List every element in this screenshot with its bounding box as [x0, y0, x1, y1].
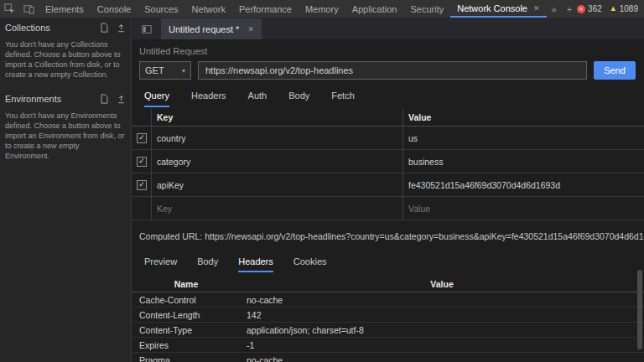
header-value: no-cache — [240, 295, 644, 305]
table-row-empty — [132, 197, 644, 220]
response-headers-table: Name Value Cache-Control no-cache Conten… — [132, 276, 644, 362]
header-value: -1 — [240, 340, 644, 350]
request-tab[interactable]: Untitled request * ✕ — [161, 18, 262, 39]
collections-section-header: Collections — [0, 18, 131, 37]
url-input[interactable] — [198, 61, 587, 80]
param-value[interactable]: us — [402, 127, 644, 149]
row-checkbox[interactable] — [137, 133, 147, 143]
new-key-input[interactable] — [157, 204, 390, 214]
request-list-icon[interactable] — [138, 24, 156, 34]
value-column-header: Value — [402, 109, 644, 126]
header-name: Cache-Control — [132, 295, 240, 305]
warning-icon: ▲ — [610, 5, 617, 13]
tab-response-body[interactable]: Body — [197, 256, 218, 272]
error-icon — [577, 5, 585, 13]
tab-query[interactable]: Query — [144, 90, 169, 107]
import-collection-icon[interactable] — [117, 23, 126, 33]
table-row: Expires -1 — [132, 338, 644, 353]
tab-sources[interactable]: Sources — [138, 0, 184, 18]
query-params-table: Key Value country us category business a… — [132, 109, 644, 220]
warning-count: 1089 — [620, 4, 638, 13]
method-value: GET — [145, 65, 164, 75]
param-key[interactable]: country — [151, 127, 402, 149]
device-toolbar-icon[interactable] — [19, 0, 39, 18]
header-name: Pragma — [132, 355, 240, 362]
tab-network-console[interactable]: Network Console ✕ — [450, 0, 546, 18]
collections-title: Collections — [5, 23, 50, 33]
tab-auth[interactable]: Auth — [248, 90, 267, 107]
header-value: no-cache — [240, 355, 644, 362]
method-select[interactable]: GET ▾ — [139, 61, 191, 80]
response-tabs: Preview Body Headers Cookies — [132, 245, 644, 272]
tab-network-console-label: Network Console — [457, 3, 527, 13]
tab-memory[interactable]: Memory — [299, 0, 345, 18]
error-count: 362 — [588, 4, 602, 13]
param-value[interactable]: fe430521d15a46f69d3070d4d6d1693d — [402, 173, 644, 196]
tab-application[interactable]: Application — [345, 0, 404, 18]
table-row: category business — [132, 150, 644, 173]
key-column-header: Key — [151, 109, 402, 126]
row-checkbox[interactable] — [137, 180, 147, 190]
response-table-header: Name Value — [132, 276, 644, 292]
table-row: country us — [132, 127, 644, 150]
send-button[interactable]: Send — [594, 61, 636, 80]
new-environment-icon[interactable] — [100, 94, 109, 104]
status-badges: 362 ▲ 1089 99+ ⚙ — [577, 0, 644, 18]
inspect-element-icon[interactable] — [0, 0, 19, 18]
header-value: 142 — [240, 310, 644, 320]
request-tab-bar: Untitled request * ✕ — [132, 18, 644, 40]
new-collection-icon[interactable] — [100, 23, 109, 33]
tab-preview[interactable]: Preview — [144, 256, 177, 272]
header-name: Expires — [132, 340, 240, 350]
param-value[interactable]: business — [402, 150, 644, 173]
header-name: Content-Type — [132, 325, 240, 335]
chevron-down-icon: ▾ — [182, 67, 185, 75]
value-column-header: Value — [240, 279, 644, 289]
header-value: application/json; charset=utf-8 — [240, 325, 644, 335]
name-column-header: Name — [132, 279, 240, 289]
request-panel: Untitled request * ✕ Untitled Request GE… — [132, 18, 644, 362]
environments-empty-text: You don't have any Environments defined.… — [0, 108, 131, 171]
tab-fetch[interactable]: Fetch — [331, 90, 355, 107]
environments-title: Environments — [5, 94, 61, 104]
devtools-window: Elements Console Sources Network Perform… — [0, 0, 644, 362]
tab-security[interactable]: Security — [403, 0, 450, 18]
warning-count-badge[interactable]: ▲ 1089 — [610, 4, 638, 13]
request-detail-tabs: Query Headers Auth Body Fetch — [132, 85, 644, 107]
table-row: apiKey fe430521d15a46f69d3070d4d6d1693d — [132, 173, 644, 197]
request-tab-label: Untitled request * — [169, 24, 239, 34]
scrollbar[interactable] — [637, 270, 642, 349]
import-environment-icon[interactable] — [117, 94, 126, 104]
environments-section-header: Environments — [0, 90, 131, 108]
row-checkbox[interactable] — [137, 157, 147, 167]
collections-empty-text: You don't have any Collections defined. … — [0, 37, 131, 90]
computed-url: Computed URL: https://newsapi.org/v2/top… — [132, 220, 644, 245]
param-key[interactable]: apiKey — [151, 173, 402, 196]
param-key[interactable]: category — [151, 150, 402, 173]
more-tabs-icon[interactable]: » — [547, 0, 562, 18]
table-row: Content-Type application/json; charset=u… — [132, 323, 644, 338]
table-row: Content-Length 142 — [132, 308, 644, 323]
error-count-badge[interactable]: 362 — [577, 4, 602, 13]
tab-network[interactable]: Network — [185, 0, 232, 18]
tab-headers[interactable]: Headers — [191, 90, 226, 107]
devtools-tab-bar: Elements Console Sources Network Perform… — [0, 0, 644, 18]
tab-response-headers[interactable]: Headers — [238, 256, 273, 272]
query-table-header: Key Value — [132, 109, 644, 127]
tab-console[interactable]: Console — [91, 0, 138, 18]
close-tab-icon[interactable]: ✕ — [533, 4, 540, 13]
tab-elements[interactable]: Elements — [39, 0, 91, 18]
header-name: Content-Length — [132, 310, 240, 320]
request-title: Untitled Request — [132, 40, 644, 59]
table-row: Cache-Control no-cache — [132, 292, 644, 308]
table-row: Pragma no-cache — [132, 353, 644, 362]
close-request-tab-icon[interactable]: ✕ — [247, 25, 254, 34]
tab-cookies[interactable]: Cookies — [293, 256, 327, 272]
new-value-input[interactable] — [408, 204, 632, 214]
network-console-sidebar: Collections You don't have any Collectio… — [0, 18, 132, 362]
tab-performance[interactable]: Performance — [232, 0, 299, 18]
tab-body[interactable]: Body — [288, 90, 309, 107]
url-row: GET ▾ Send — [132, 59, 644, 85]
add-tab-icon[interactable]: + — [562, 0, 577, 18]
